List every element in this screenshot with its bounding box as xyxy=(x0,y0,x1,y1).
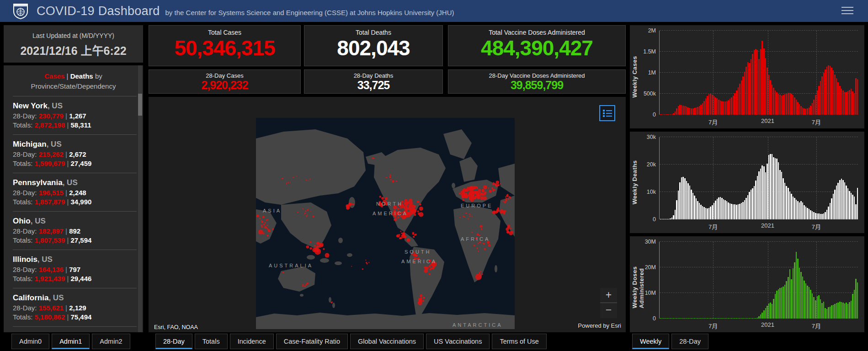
chart-panel-weekly-cases: Weekly Cases0500k1M1.5M2M7月20217月 xyxy=(630,25,864,128)
world-map[interactable]: ASIANORTHAMERICAEUROPEAFRICASOUTHAMERICA… xyxy=(256,118,515,329)
28day-stat-box: 28-Day Deaths 33,725 xyxy=(304,69,443,94)
stat-label: Total Vaccine Doses Administered xyxy=(448,29,625,36)
bar-series xyxy=(660,242,858,319)
list-item[interactable]: New York, US28-Day: 230,779 | 1,267Total… xyxy=(13,96,137,134)
zoom-in-button[interactable]: + xyxy=(600,288,617,303)
region-list-header: Cases | Deaths by Province/State/Depende… xyxy=(4,65,143,96)
stat-value: 2,920,232 xyxy=(149,79,300,91)
list-item[interactable]: Illinois, US28-Day: 164,136 | 797Totals:… xyxy=(13,250,137,288)
x-tick-label: 7月 xyxy=(708,222,718,231)
svg-text:SOUTH: SOUTH xyxy=(405,249,431,255)
header-deaths-label: Deaths xyxy=(70,72,93,80)
map-attribution: Esri, FAO, NOAA xyxy=(154,324,198,330)
region-name: California, US xyxy=(13,293,137,303)
chart-plot-area: 0500k1M1.5M2M7月20217月 xyxy=(659,31,858,115)
y-tick-label: 1M xyxy=(648,69,656,76)
region-name: Illinois, US xyxy=(13,255,137,264)
bar-series xyxy=(660,137,858,219)
svg-text:AMERICA: AMERICA xyxy=(401,259,437,264)
region-name: Michigan, US xyxy=(13,140,137,149)
admin-tab-admin2[interactable]: Admin2 xyxy=(92,334,130,349)
y-tick-label: 30k xyxy=(647,134,656,140)
svg-text:EUROPE: EUROPE xyxy=(461,203,493,208)
chart-tab-weekly[interactable]: Weekly xyxy=(632,334,669,349)
view-tab-totals[interactable]: Totals xyxy=(195,334,228,349)
stat-value: 802,043 xyxy=(304,37,442,59)
region-28day-stats: 28-Day: 196,515 | 2,248 xyxy=(13,189,137,197)
chart-panel-weekly-deaths: Weekly Deaths010k20k30k7月20217月 xyxy=(630,132,864,233)
view-tab-incidence[interactable]: Incidence xyxy=(230,334,274,349)
view-tab-case-fatality-ratio[interactable]: Case-Fatality Ratio xyxy=(276,334,348,349)
y-tick-label: 20M xyxy=(645,264,656,271)
header-by-label: by xyxy=(93,72,102,80)
region-total-stats: Totals: 2,872,198 | 58,311 xyxy=(13,121,137,129)
list-item[interactable]: Ohio, US28-Day: 182,897 | 892Totals: 1,8… xyxy=(13,211,137,250)
region-name: New York, US xyxy=(13,101,137,111)
view-tab-global-vaccinations[interactable]: Global Vaccinations xyxy=(350,334,424,349)
header-granularity-label: Province/State/Dependency xyxy=(31,82,116,90)
region-28day-stats: 28-Day: 164,136 | 797 xyxy=(13,266,137,273)
last-updated-panel: Last Updated at (M/D/YYYY) 2021/12/16 上午… xyxy=(4,25,143,63)
y-tick-label: 500k xyxy=(644,90,656,97)
hamburger-menu-icon[interactable] xyxy=(841,7,853,16)
view-tab-terms-of-use[interactable]: Terms of Use xyxy=(492,334,546,349)
region-28day-stats: 28-Day: 215,262 | 2,672 xyxy=(13,150,137,158)
list-item[interactable]: Pennsylvania, US28-Day: 196,515 | 2,248T… xyxy=(13,173,137,211)
world-map-panel: ASIANORTHAMERICAEUROPEAFRICASOUTHAMERICA… xyxy=(149,97,626,332)
total-stat-box: Total Cases 50,346,315 xyxy=(149,25,301,66)
stat-label: 28-Day Vaccine Doses Administered xyxy=(448,72,625,79)
x-tick-label: 2021 xyxy=(761,321,774,328)
svg-text:AFRICA: AFRICA xyxy=(461,236,490,242)
y-tick-label: 0 xyxy=(653,112,656,118)
svg-text:NORTH: NORTH xyxy=(376,201,403,207)
svg-text:ANTARCTICA: ANTARCTICA xyxy=(453,322,502,328)
region-total-stats: Totals: 1,857,879 | 34,990 xyxy=(13,198,137,206)
list-scrollbar-thumb[interactable] xyxy=(138,94,142,116)
stat-value: 50,346,315 xyxy=(149,37,300,59)
svg-text:ASIA: ASIA xyxy=(263,208,282,213)
region-name: Ohio, US xyxy=(13,217,137,226)
bar-series xyxy=(660,31,858,115)
x-tick-label: 7月 xyxy=(708,321,718,330)
chart-y-axis-title: Weekly Deaths xyxy=(631,160,638,205)
page-subtitle: by the Center for Systems Science and En… xyxy=(165,9,454,16)
list-item[interactable]: Michigan, US28-Day: 215,262 | 2,672Total… xyxy=(13,134,137,173)
legend-icon[interactable] xyxy=(599,105,615,121)
chart-panel-weekly-doses-administered: Weekly Doses Administered010M20M30M7月202… xyxy=(630,236,864,332)
last-updated-value: 2021/12/16 上午6:22 xyxy=(4,42,143,58)
header-cases-label: Cases xyxy=(44,72,64,80)
list-item[interactable]: California, US28-Day: 155,621 | 2,129Tot… xyxy=(13,288,137,326)
chart-plot-area: 010M20M30M7月20217月 xyxy=(659,242,858,319)
last-updated-label: Last Updated at (M/D/YYYY) xyxy=(4,32,143,39)
list-item[interactable]: Minnesota, US xyxy=(13,326,137,333)
map-zoom-control: + − xyxy=(600,288,617,318)
region-28day-stats: 28-Day: 230,779 | 1,267 xyxy=(13,112,137,120)
admin-tab-admin0[interactable]: Admin0 xyxy=(11,334,49,349)
stat-value: 33,725 xyxy=(304,79,442,91)
chart-tab-28-day[interactable]: 28-Day xyxy=(671,334,708,349)
total-stat-box: Total Deaths 802,043 xyxy=(304,25,443,66)
view-tab-us-vaccinations[interactable]: US Vaccinations xyxy=(426,334,490,349)
region-total-stats: Totals: 1,807,539 | 27,594 xyxy=(13,236,137,244)
stat-label: Total Deaths xyxy=(304,29,442,36)
svg-text:AMERICA: AMERICA xyxy=(373,211,408,216)
view-tab-28-day[interactable]: 28-Day xyxy=(155,334,192,349)
28day-stat-box: 28-Day Vaccine Doses Administered 39,859… xyxy=(448,69,626,94)
stat-label: Total Cases xyxy=(149,29,300,36)
powered-by-esri: Powered by Esri xyxy=(578,322,621,329)
page-title: COVID-19 Dashboard xyxy=(37,4,160,18)
region-name: Pennsylvania, US xyxy=(13,178,137,187)
y-tick-label: 20k xyxy=(647,161,656,168)
admin-tab-admin1[interactable]: Admin1 xyxy=(52,334,90,349)
stat-label: 28-Day Cases xyxy=(149,72,300,79)
list-scrollbar-track[interactable] xyxy=(138,65,142,332)
region-total-stats: Totals: 1,921,439 | 29,446 xyxy=(13,275,137,282)
y-tick-label: 30M xyxy=(645,239,656,245)
total-stat-box: Total Vaccine Doses Administered 484,390… xyxy=(448,25,626,66)
x-tick-label: 2021 xyxy=(761,222,774,229)
header-separator: | xyxy=(64,72,70,80)
stat-label: 28-Day Deaths xyxy=(304,72,442,79)
zoom-out-button[interactable]: − xyxy=(600,303,617,318)
app-header: COVID-19 Dashboard by the Center for Sys… xyxy=(0,0,868,22)
region-list-panel: Cases | Deaths by Province/State/Depende… xyxy=(4,65,143,332)
